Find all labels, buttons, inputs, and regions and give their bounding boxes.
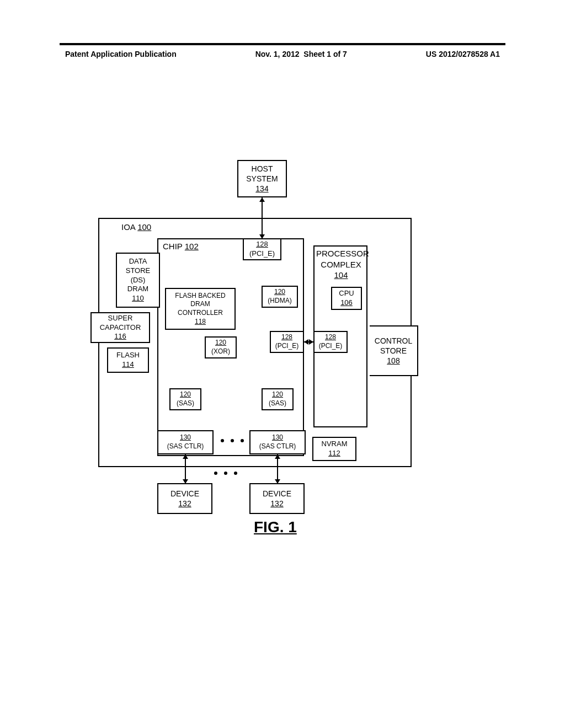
- dot: [221, 439, 224, 442]
- dev-l-ref: 132: [178, 499, 191, 508]
- fbdc-block: FLASH BACKED DRAM CONTROLLER 118: [165, 288, 236, 330]
- xor-ref: 120: [215, 339, 226, 347]
- header-rule: [60, 43, 505, 45]
- pcie-top-block: 128 (PCI_E): [243, 238, 281, 260]
- sctl-l-ref: 130: [180, 433, 191, 442]
- ds-l4: DRAM: [127, 285, 148, 294]
- cpu-ref: 106: [340, 298, 353, 308]
- nvram-block: NVRAM 112: [312, 437, 356, 461]
- pcie-right-block: 128 (PCI_E): [313, 331, 348, 353]
- pc-ref: 104: [334, 270, 348, 280]
- chip-ref: 102: [185, 242, 199, 251]
- sasl-sub: (SAS): [177, 399, 194, 408]
- dot: [224, 472, 227, 475]
- figure-caption: FIG. 1: [254, 518, 297, 536]
- hdma-block: 120 (HDMA): [262, 286, 298, 308]
- cpu-l1: CPU: [339, 289, 354, 298]
- nvram-l1: NVRAM: [322, 440, 348, 449]
- pcie-left-block: 128 (PCI_E): [270, 331, 304, 353]
- pcie-r-sub: (PCI_E): [319, 342, 343, 351]
- pcie-top-sub: (PCI_E): [249, 249, 275, 259]
- ellipsis-devices: [214, 472, 237, 475]
- pub-date-sheet: Nov. 1, 2012 Sheet 1 of 7: [255, 50, 347, 58]
- dot: [234, 472, 237, 475]
- processor-complex-label: PROCESSOR COMPLEX 104: [316, 248, 366, 281]
- cs-ref: 108: [387, 356, 399, 366]
- device-right-block: DEVICE 132: [249, 483, 305, 514]
- sctl-r-sub: (SAS CTLR): [259, 442, 296, 451]
- ds-l2: STORE: [126, 266, 151, 276]
- fbdc-l1: FLASH BACKED: [175, 292, 225, 301]
- sas-right-block: 120 (SAS): [262, 388, 294, 410]
- host-label-2: SYSTEM: [246, 174, 278, 184]
- nvram-ref: 112: [328, 449, 340, 458]
- dot: [214, 472, 217, 475]
- arrow-sctl-l-up: [183, 454, 188, 459]
- xor-block: 120 (XOR): [205, 336, 237, 358]
- page: Patent Application Publication Nov. 1, 2…: [0, 0, 565, 728]
- chip-text: CHIP: [163, 242, 183, 251]
- ioa-ref: 100: [137, 222, 151, 232]
- sctl-r-ref: 130: [272, 433, 283, 442]
- pc-l1: PROCESSOR: [316, 249, 369, 258]
- pc-l2: COMPLEX: [321, 260, 361, 269]
- sasr-ref: 120: [272, 390, 283, 399]
- host-system-block: HOST SYSTEM 134: [237, 160, 287, 197]
- super-cap-block: SUPER CAPACITOR 116: [90, 312, 150, 343]
- sc-l1: SUPER: [108, 314, 133, 323]
- pcie-top-ref: 128: [256, 240, 268, 249]
- host-ref: 134: [255, 184, 268, 194]
- sasctlr-left-block: 130 (SAS CTLR): [157, 430, 214, 454]
- arrow-sctl-r-up: [275, 454, 280, 459]
- cpu-block: CPU 106: [331, 287, 362, 310]
- sc-l2: CAPACITOR: [100, 323, 141, 333]
- ellipsis-sasctlr: [221, 439, 244, 442]
- control-store-block: CONTROL STORE 108: [370, 325, 418, 376]
- ioa-label: IOA 100: [121, 222, 151, 232]
- arrow-pcie-left: [304, 339, 308, 345]
- ds-l1: DATA: [129, 257, 147, 266]
- pub-type: Patent Application Publication: [65, 50, 177, 58]
- ds-l3: (DS): [131, 276, 146, 285]
- header-row: Patent Application Publication Nov. 1, 2…: [65, 50, 500, 58]
- flash-l1: FLASH: [116, 351, 140, 360]
- hdma-sub: (HDMA): [268, 297, 291, 306]
- chip-label: CHIP 102: [163, 242, 199, 251]
- cs-l2: STORE: [380, 346, 407, 356]
- flash-ref: 114: [122, 360, 134, 370]
- dev-r-l1: DEVICE: [263, 489, 291, 499]
- cs-l1: CONTROL: [375, 336, 412, 346]
- pcie-l-sub: (PCI_E): [275, 342, 299, 351]
- ioa-text: IOA: [121, 222, 135, 232]
- device-left-block: DEVICE 132: [157, 483, 212, 514]
- sas-left-block: 120 (SAS): [169, 388, 201, 410]
- arrow-up-host: [259, 197, 265, 202]
- fbdc-l2: DRAM: [190, 300, 210, 309]
- sctl-l-sub: (SAS CTLR): [167, 442, 204, 451]
- flash-block: FLASH 114: [107, 347, 149, 373]
- sasctlr-right-block: 130 (SAS CTLR): [249, 430, 306, 454]
- pcie-r-ref: 128: [325, 333, 336, 342]
- dot: [241, 439, 244, 442]
- sc-ref: 116: [114, 332, 126, 341]
- fbdc-l3: CONTROLLER: [178, 309, 223, 318]
- xor-sub: (XOR): [211, 347, 230, 356]
- fbdc-ref: 118: [195, 318, 206, 326]
- dot: [231, 439, 234, 442]
- ds-ref: 110: [132, 294, 144, 303]
- pub-number: US 2012/0278528 A1: [426, 50, 500, 58]
- sasr-sub: (SAS): [269, 399, 286, 408]
- ds-dram-block: DATA STORE (DS) DRAM 110: [116, 253, 160, 308]
- host-label-1: HOST: [252, 164, 273, 174]
- hdma-ref: 120: [274, 288, 285, 297]
- arrow-pcie-right: [309, 339, 313, 345]
- dev-l-l1: DEVICE: [170, 489, 199, 499]
- dev-r-ref: 132: [270, 499, 283, 508]
- sasl-ref: 120: [180, 390, 191, 399]
- pcie-l-ref: 128: [281, 333, 292, 342]
- diagram: HOST SYSTEM 134 IOA 100 CHIP 102 128 (PC…: [98, 160, 473, 538]
